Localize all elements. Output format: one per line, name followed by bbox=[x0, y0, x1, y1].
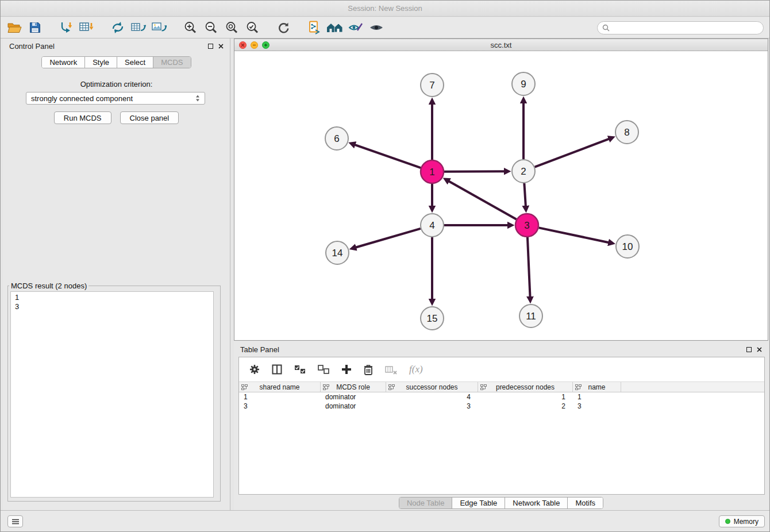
apply-layout-button[interactable] bbox=[107, 18, 128, 37]
column-type-icon bbox=[388, 384, 395, 391]
tab-network-table[interactable]: Network Table bbox=[505, 498, 567, 508]
run-mcds-button[interactable]: Run MCDS bbox=[54, 111, 111, 124]
table-row[interactable]: 1dominator411 bbox=[239, 392, 764, 402]
column-header-predecessor-nodes[interactable]: predecessor nodes bbox=[478, 382, 573, 392]
graph-node-label: 8 bbox=[624, 127, 629, 138]
graph-edge-2-8[interactable] bbox=[535, 139, 609, 167]
close-panel-icon[interactable] bbox=[218, 44, 224, 49]
column-header-name[interactable]: name bbox=[573, 382, 621, 392]
control-panel-header: Control Panel bbox=[3, 38, 230, 53]
zoom-in-button[interactable] bbox=[180, 18, 201, 37]
plus-icon bbox=[341, 364, 352, 375]
import-network-button[interactable] bbox=[56, 18, 76, 37]
graph-node-label: 1 bbox=[429, 167, 434, 178]
mcds-result-box[interactable]: 1 3 bbox=[10, 291, 214, 498]
eye-brush-icon bbox=[348, 22, 363, 33]
column-header-successor-nodes[interactable]: successor nodes bbox=[386, 382, 478, 392]
optimization-dropdown[interactable]: strongly connected component bbox=[26, 92, 205, 105]
save-session-button[interactable] bbox=[25, 18, 45, 37]
select-all-button[interactable] bbox=[294, 365, 306, 374]
network-arrows-icon bbox=[111, 21, 125, 34]
table-panel-header: Table Panel bbox=[234, 342, 768, 357]
optimization-label: Optimization criterion: bbox=[3, 80, 230, 88]
magnifier-plus-icon bbox=[184, 21, 197, 34]
import-table-button[interactable] bbox=[76, 18, 97, 37]
graph-node-label: 11 bbox=[526, 311, 536, 322]
minimize-window-button[interactable] bbox=[251, 41, 258, 49]
graph-node-label: 2 bbox=[521, 166, 526, 177]
graph-node-label: 14 bbox=[332, 248, 343, 259]
task-history-button[interactable] bbox=[7, 515, 23, 527]
network-canvas[interactable]: 1234678910111415 bbox=[234, 51, 768, 340]
graph-edge-3-1[interactable] bbox=[449, 181, 517, 219]
double-house-icon bbox=[326, 22, 344, 33]
control-panel-tabs: NetworkStyleSelectMCDS bbox=[41, 56, 191, 68]
table-cell: 3 bbox=[573, 402, 621, 411]
tab-mcds[interactable]: MCDS bbox=[153, 57, 190, 68]
mcds-result-title: MCDS result (2 nodes) bbox=[9, 282, 88, 290]
table-row[interactable]: 3dominator323 bbox=[239, 402, 764, 411]
table-body: 1dominator4113dominator323 bbox=[239, 392, 764, 411]
tab-network[interactable]: Network bbox=[42, 57, 84, 68]
tab-select[interactable]: Select bbox=[117, 57, 153, 68]
close-window-button[interactable] bbox=[239, 41, 247, 49]
graph-edge-3-10[interactable] bbox=[539, 228, 609, 242]
show-columns-button[interactable] bbox=[272, 364, 282, 375]
magnifier-check-icon bbox=[246, 21, 259, 34]
mcds-result-group: MCDS result (2 nodes) 1 3 bbox=[7, 282, 221, 502]
float-panel-icon[interactable] bbox=[208, 44, 213, 49]
refresh-view-button[interactable] bbox=[273, 18, 294, 37]
table-export-icon bbox=[131, 21, 146, 34]
magnifier-fit-icon bbox=[225, 21, 238, 34]
table-cell: 3 bbox=[239, 402, 321, 411]
delete-column-button[interactable] bbox=[385, 365, 397, 375]
column-header-shared-name[interactable]: shared name bbox=[239, 382, 321, 392]
column-header-filler bbox=[621, 382, 764, 392]
show-hide-details-button[interactable] bbox=[366, 18, 387, 37]
zoom-out-button[interactable] bbox=[201, 18, 221, 37]
network-window-titlebar: scc.txt bbox=[234, 39, 768, 51]
tab-motifs[interactable]: Motifs bbox=[567, 498, 603, 508]
add-column-button[interactable] bbox=[341, 364, 352, 375]
copy-network-button[interactable] bbox=[304, 18, 325, 37]
tab-edge-table[interactable]: Edge Table bbox=[452, 498, 505, 508]
tab-node-table[interactable]: Node Table bbox=[399, 498, 452, 508]
graph-edge-4-14[interactable] bbox=[356, 229, 421, 248]
deselect-all-button[interactable] bbox=[318, 365, 329, 374]
export-image-button[interactable] bbox=[149, 18, 170, 37]
zoom-fit-button[interactable] bbox=[221, 18, 242, 37]
checked-boxes-icon bbox=[294, 365, 306, 374]
table-settings-button[interactable] bbox=[249, 364, 260, 375]
home-button[interactable] bbox=[325, 18, 345, 37]
close-panel-button[interactable]: Close panel bbox=[120, 111, 179, 124]
table-cell: 1 bbox=[573, 392, 621, 402]
plus-icon bbox=[264, 43, 268, 47]
float-table-panel-icon[interactable] bbox=[746, 347, 752, 352]
memory-button[interactable]: Memory bbox=[719, 515, 765, 527]
search-input[interactable] bbox=[613, 24, 759, 33]
close-icon bbox=[241, 43, 245, 47]
zoom-selected-button[interactable] bbox=[242, 18, 263, 37]
table-cell: 3 bbox=[386, 402, 478, 411]
graph-edge-1-2[interactable] bbox=[444, 171, 505, 172]
gear-icon bbox=[249, 364, 260, 375]
graph-edge-1-6[interactable] bbox=[355, 145, 421, 168]
graph-node-label: 9 bbox=[521, 79, 526, 90]
style-preview-button[interactable] bbox=[345, 18, 366, 37]
close-table-panel-icon[interactable] bbox=[757, 347, 762, 352]
tab-style[interactable]: Style bbox=[84, 57, 117, 68]
graph-edge-3-11[interactable] bbox=[528, 237, 530, 297]
zoom-window-button[interactable] bbox=[262, 41, 270, 49]
export-table-button[interactable] bbox=[128, 18, 149, 37]
table-tabs: Node TableEdge TableNetwork TableMotifs bbox=[399, 497, 603, 509]
function-builder-button[interactable]: f(x) bbox=[409, 364, 423, 375]
graph-node-label: 7 bbox=[429, 80, 434, 91]
image-export-icon bbox=[152, 21, 167, 34]
table-cell: 4 bbox=[386, 392, 478, 402]
table-cell: 1 bbox=[239, 392, 321, 402]
open-session-button[interactable] bbox=[4, 18, 25, 37]
table-cell: dominator bbox=[321, 392, 386, 402]
delete-row-button[interactable] bbox=[364, 364, 373, 375]
graph-edge-2-3[interactable] bbox=[524, 183, 526, 206]
column-header-MCDS-role[interactable]: MCDS role bbox=[321, 382, 386, 392]
